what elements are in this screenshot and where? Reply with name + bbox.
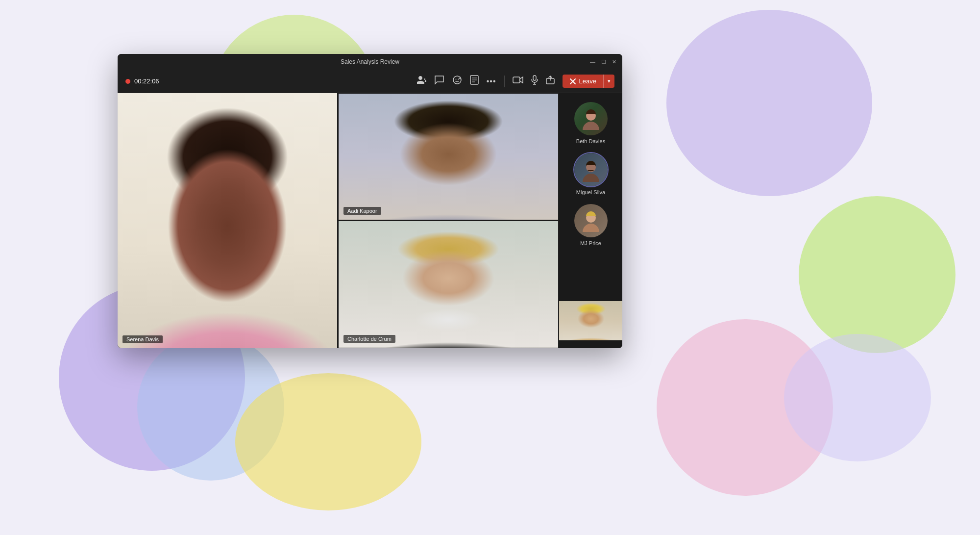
people-icon[interactable] xyxy=(417,76,427,87)
mj-avatar xyxy=(573,203,609,238)
svg-point-1 xyxy=(455,79,456,80)
blob-purple-top-right xyxy=(666,10,872,196)
serena-video xyxy=(118,93,337,348)
maximize-button[interactable]: ☐ xyxy=(601,59,606,65)
participant-beth[interactable]: Beth Davies xyxy=(573,101,609,144)
recording-indicator xyxy=(125,79,130,84)
participant-mj[interactable]: MJ Price xyxy=(573,203,609,246)
more-options-icon[interactable]: ••• xyxy=(487,77,496,86)
teams-window: Sales Analysis Review — ☐ ✕ 00:22:06 xyxy=(118,54,622,348)
svg-rect-8 xyxy=(533,76,536,80)
video-cell-serena: Serena Davis xyxy=(118,93,338,348)
aadi-name-label: Aadi Kapoor xyxy=(343,207,381,215)
mic-toggle-icon[interactable] xyxy=(531,75,538,87)
participants-sidebar: Beth Davies xyxy=(559,93,622,348)
window-title: Sales Analysis Review xyxy=(341,58,399,65)
notes-icon[interactable] xyxy=(470,75,479,87)
leave-button-group: Leave ▾ xyxy=(563,75,614,88)
toolbar-left: 00:22:06 xyxy=(125,77,159,85)
minimize-button[interactable]: — xyxy=(590,59,595,65)
mj-name: MJ Price xyxy=(580,240,601,246)
title-bar: Sales Analysis Review — ☐ ✕ xyxy=(118,54,622,70)
meeting-timer: 00:22:06 xyxy=(134,77,159,85)
video-toggle-icon[interactable] xyxy=(513,76,523,86)
leave-label: Leave xyxy=(579,77,596,85)
charlotte-video xyxy=(339,221,558,348)
aadi-video xyxy=(339,94,558,220)
video-grid: Serena Davis Aadi Kapoor Charlotte de Cr… xyxy=(118,93,559,348)
video-cell-charlotte: Charlotte de Crum xyxy=(338,221,559,348)
leave-dropdown-button[interactable]: ▾ xyxy=(603,75,614,88)
beth-name: Beth Davies xyxy=(576,138,605,144)
leave-button[interactable]: Leave xyxy=(563,75,603,88)
serena-name-label: Serena Davis xyxy=(122,335,163,343)
blob-green-right xyxy=(799,196,956,353)
close-button[interactable]: ✕ xyxy=(612,59,616,65)
blob-yellow-bottom xyxy=(235,373,421,510)
toolbar: 00:22:06 xyxy=(118,70,622,93)
main-content: Serena Davis Aadi Kapoor Charlotte de Cr… xyxy=(118,93,622,348)
share-icon[interactable] xyxy=(546,76,555,87)
svg-point-2 xyxy=(458,79,459,80)
charlotte-name-label: Charlotte de Crum xyxy=(343,335,395,343)
participant-miguel[interactable]: Miguel Silva xyxy=(573,152,609,195)
chat-icon[interactable] xyxy=(435,75,444,87)
toolbar-right: ••• xyxy=(417,75,614,88)
miguel-name: Miguel Silva xyxy=(576,189,605,195)
svg-rect-7 xyxy=(513,77,520,83)
miguel-avatar xyxy=(573,152,609,187)
window-controls: — ☐ ✕ xyxy=(590,59,616,65)
participant-last[interactable] xyxy=(559,301,623,340)
video-cell-aadi: Aadi Kapoor xyxy=(338,93,559,221)
reactions-icon[interactable] xyxy=(452,75,462,87)
beth-avatar xyxy=(573,101,609,136)
blob-lavender-bottom-right xyxy=(784,334,931,461)
